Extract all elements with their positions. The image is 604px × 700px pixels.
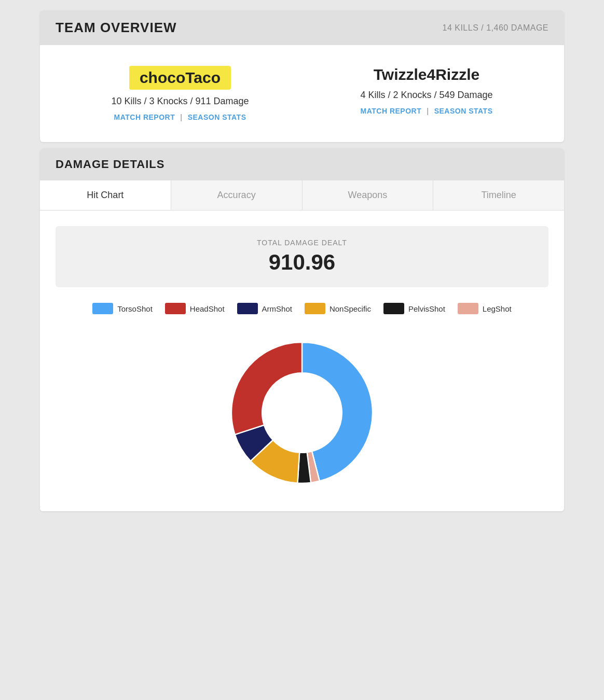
damage-details-card: DAMAGE DETAILS Hit Chart Accuracy Weapon…: [40, 148, 564, 511]
divider-1: |: [180, 113, 182, 121]
player-2-match-report[interactable]: MATCH REPORT: [361, 107, 422, 115]
player-1-links: MATCH REPORT | SEASON STATS: [114, 113, 246, 121]
player-1-name: chocoTaco: [129, 66, 231, 90]
legend-label-pelvis: PelvisShot: [408, 304, 445, 313]
divider-2: |: [427, 107, 429, 115]
legend-torso: TorsoShot: [92, 303, 153, 314]
team-overview-header: TEAM OVERVIEW 14 KILLS / 1,460 DAMAGE: [40, 10, 564, 45]
tab-content-hit-chart: TOTAL DAMAGE DEALT 910.96 TorsoShot Head…: [40, 211, 564, 511]
legend-color-head: [165, 303, 186, 314]
donut-chart: [219, 330, 385, 496]
legend-nonspecific: NonSpecific: [305, 303, 371, 314]
legend-color-leg: [458, 303, 478, 314]
player-1-season-stats[interactable]: SEASON STATS: [188, 113, 246, 121]
total-damage-value: 910.96: [68, 250, 536, 275]
tab-hit-chart[interactable]: Hit Chart: [40, 180, 171, 210]
legend-head: HeadShot: [165, 303, 225, 314]
player-2-links: MATCH REPORT | SEASON STATS: [361, 107, 493, 115]
legend-label-leg: LegShot: [483, 304, 512, 313]
legend-color-nonspecific: [305, 303, 325, 314]
team-overview-stats: 14 KILLS / 1,460 DAMAGE: [443, 23, 549, 33]
player-2-block: Twizzle4Rizzle 4 Kills / 2 Knocks / 549 …: [360, 66, 492, 115]
legend-leg: LegShot: [458, 303, 512, 314]
legend-pelvis: PelvisShot: [383, 303, 445, 314]
tab-accuracy[interactable]: Accuracy: [171, 180, 303, 210]
player-1-match-report[interactable]: MATCH REPORT: [114, 113, 175, 121]
team-players: chocoTaco 10 Kills / 3 Knocks / 911 Dama…: [40, 45, 564, 142]
team-overview-card: TEAM OVERVIEW 14 KILLS / 1,460 DAMAGE ch…: [40, 10, 564, 142]
legend-label-nonspecific: NonSpecific: [330, 304, 371, 313]
damage-details-header: DAMAGE DETAILS: [40, 148, 564, 180]
total-damage-label: TOTAL DAMAGE DEALT: [68, 239, 536, 247]
player-1-kda: 10 Kills / 3 Knocks / 911 Damage: [111, 96, 249, 107]
tabs-bar: Hit Chart Accuracy Weapons Timeline: [40, 180, 564, 211]
player-2-kda: 4 Kills / 2 Knocks / 549 Damage: [360, 90, 492, 101]
player-2-name: Twizzle4Rizzle: [374, 66, 480, 83]
legend-label-torso: TorsoShot: [117, 304, 153, 313]
tab-timeline[interactable]: Timeline: [433, 180, 564, 210]
player-2-season-stats[interactable]: SEASON STATS: [434, 107, 493, 115]
legend-color-pelvis: [383, 303, 404, 314]
team-overview-title: TEAM OVERVIEW: [56, 20, 177, 36]
legend-color-arm: [237, 303, 258, 314]
legend-arm: ArmShot: [237, 303, 292, 314]
player-1-block: chocoTaco 10 Kills / 3 Knocks / 911 Dama…: [111, 66, 249, 121]
damage-details-title: DAMAGE DETAILS: [56, 158, 164, 171]
tab-weapons[interactable]: Weapons: [303, 180, 434, 210]
legend-label-head: HeadShot: [190, 304, 225, 313]
legend-label-arm: ArmShot: [262, 304, 292, 313]
total-damage-box: TOTAL DAMAGE DEALT 910.96: [56, 226, 548, 287]
donut-chart-container: [56, 330, 548, 496]
app-container: TEAM OVERVIEW 14 KILLS / 1,460 DAMAGE ch…: [40, 10, 564, 511]
chart-legend: TorsoShot HeadShot ArmShot NonSpecific P…: [56, 303, 548, 314]
legend-color-torso: [92, 303, 113, 314]
